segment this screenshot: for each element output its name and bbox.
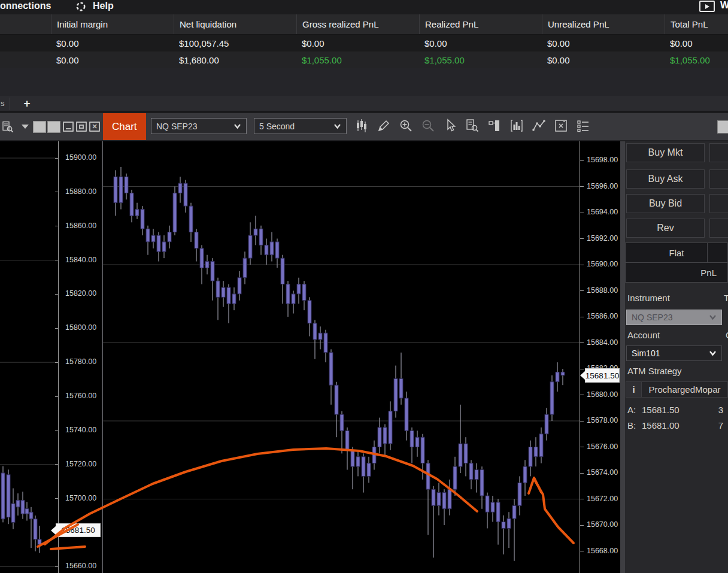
last-price-marker-right: 15681.50 (585, 368, 620, 383)
flat-button[interactable]: Flat (626, 243, 727, 263)
tile-button-1[interactable] (33, 121, 46, 133)
instrument-select[interactable]: NQ SEP23 (151, 118, 247, 134)
chart-template-icon[interactable] (554, 119, 568, 133)
play-window-icon[interactable] (699, 1, 715, 12)
trading-platform-window: onnections Help W Initial marginNet liqu… (0, 0, 728, 573)
close-icon: ✕ (92, 123, 97, 130)
interval-select[interactable]: 5 Second (254, 118, 347, 134)
pencil-icon[interactable] (377, 119, 391, 133)
table-cell: $100,057.45 (174, 35, 296, 51)
menu-connections[interactable]: onnections (0, 1, 51, 11)
tile-button-2[interactable] (47, 121, 60, 133)
buy-bid-button[interactable]: Buy Bid (626, 194, 705, 213)
minimize-button[interactable] (63, 122, 74, 132)
axis-tick-label: 15700.00 (65, 494, 96, 502)
data-box-icon[interactable] (465, 119, 480, 133)
account-label: Account (627, 330, 660, 340)
axis-tick-label: 15686.00 (587, 312, 618, 320)
axis-tick (55, 396, 59, 397)
right-price-axis[interactable]: 15698.0015696.0015694.0015692.0015690.00… (580, 141, 620, 573)
maximize-button[interactable] (76, 122, 87, 132)
close-button[interactable]: ✕ (89, 122, 100, 132)
axis-tick-label: 15740.00 (65, 426, 96, 434)
axis-tick (55, 294, 59, 295)
background-chart-canvas[interactable] (0, 141, 58, 573)
column-header[interactable]: Total PnL (665, 14, 728, 34)
column-header[interactable]: Unrealized PnL (542, 14, 665, 34)
buy-mkt-button[interactable]: Buy Mkt (626, 143, 705, 162)
axis-tick (55, 566, 59, 567)
chart-window-tab[interactable]: Chart (103, 113, 146, 140)
type-label-clipped: T (724, 293, 728, 303)
ask-quote-row: A: 15681.50 3 (627, 405, 723, 418)
menubar: onnections Help W (0, 0, 728, 14)
account-row[interactable]: $0.00$1,680.00$1,055.00$1,055.00$0.00$1,… (0, 51, 728, 68)
tab-partial-label[interactable]: s (1, 99, 5, 108)
pointer-icon[interactable] (443, 119, 457, 133)
column-header[interactable]: Gross realized PnL (296, 14, 419, 34)
column-header[interactable]: Realized PnL (419, 14, 542, 34)
axis-tick (580, 290, 584, 291)
axis-tick-label: 15880.00 (65, 187, 96, 196)
add-tab-button[interactable]: + (17, 96, 37, 111)
ask-size: 3 (718, 405, 723, 415)
tile-button-right[interactable] (717, 120, 728, 134)
column-header[interactable]: Net liquidation (174, 14, 296, 34)
bid-price: 15681.00 (642, 420, 680, 430)
account-row[interactable]: $0.00$100,057.45$0.00$0.00$0.00$0.00 (0, 35, 728, 51)
sell-ask-button-partial[interactable] (709, 169, 728, 189)
panel-divider[interactable] (620, 141, 625, 573)
minimize-icon (66, 128, 71, 129)
axis-tick (580, 525, 584, 526)
account-select[interactable]: Sim101 (626, 345, 722, 361)
axis-tick (55, 464, 59, 465)
axis-tick (580, 499, 584, 499)
axis-tick-label: 15720.00 (65, 460, 96, 468)
axis-tick (55, 226, 59, 226)
axis-tick-label: 15694.00 (587, 208, 618, 216)
axis-tick-label: 15800.00 (65, 323, 96, 332)
axis-tick-label: 15696.00 (587, 182, 618, 190)
last-price-marker-left: 15681.50 (56, 523, 101, 537)
order-entry-panel: Buy Mkt Buy Ask Buy Bid Rev Flat PnL Ins… (625, 141, 728, 573)
menu-help[interactable]: Help (93, 1, 114, 11)
list-icon[interactable] (576, 119, 590, 133)
close-button-partial[interactable] (709, 219, 728, 238)
sell-bid-button-partial[interactable] (709, 194, 728, 213)
info-icon[interactable]: i (626, 382, 642, 397)
rev-button[interactable]: Rev (626, 219, 705, 238)
axis-tick (580, 317, 584, 317)
bar-chart-icon[interactable] (509, 119, 524, 133)
dropdown-caret-icon[interactable] (22, 125, 29, 129)
price-marker-arrow-icon (580, 371, 586, 380)
chevron-down-icon (233, 123, 241, 129)
axis-tick (580, 421, 584, 422)
tab-separator (10, 98, 10, 110)
axis-tick (580, 160, 584, 161)
buy-ask-button[interactable]: Buy Ask (626, 169, 705, 189)
bid-quote-row: B: 15681.00 7 (627, 420, 723, 433)
axis-tick-label: 15674.00 (587, 468, 618, 477)
pnl-display: PnL (626, 263, 727, 282)
tab-strip: s + (0, 96, 728, 112)
zoom-in-icon[interactable] (399, 119, 413, 133)
left-price-axis[interactable]: 15900.0015880.0015860.0015840.0015820.00… (58, 141, 102, 573)
panel-instrument-select[interactable]: NQ SEP23 (626, 310, 722, 325)
main-chart-canvas[interactable] (103, 141, 580, 573)
flat-divider (707, 243, 708, 263)
atm-strategy-label: ATM Strategy (627, 366, 682, 376)
sell-mkt-button-partial[interactable] (709, 143, 728, 162)
axis-tick (580, 473, 584, 474)
chart-titlebar: ✕ Chart NQ SEP23 5 Second (0, 113, 728, 141)
zoom-out-icon[interactable] (421, 119, 435, 133)
axis-tick-label: 15860.00 (65, 222, 96, 230)
column-header[interactable]: Initial margin (51, 14, 174, 34)
chart-panel-icon[interactable] (487, 119, 502, 133)
regression-icon[interactable] (532, 119, 546, 133)
atm-strategy-row[interactable]: i ProchargedMopar (626, 381, 728, 398)
chevron-down-icon (333, 123, 341, 129)
chart-properties-icon[interactable] (2, 121, 14, 133)
axis-tick-label: 15840.00 (65, 256, 96, 264)
bid-label: B: (627, 420, 636, 430)
candlestick-style-icon[interactable] (354, 119, 369, 133)
